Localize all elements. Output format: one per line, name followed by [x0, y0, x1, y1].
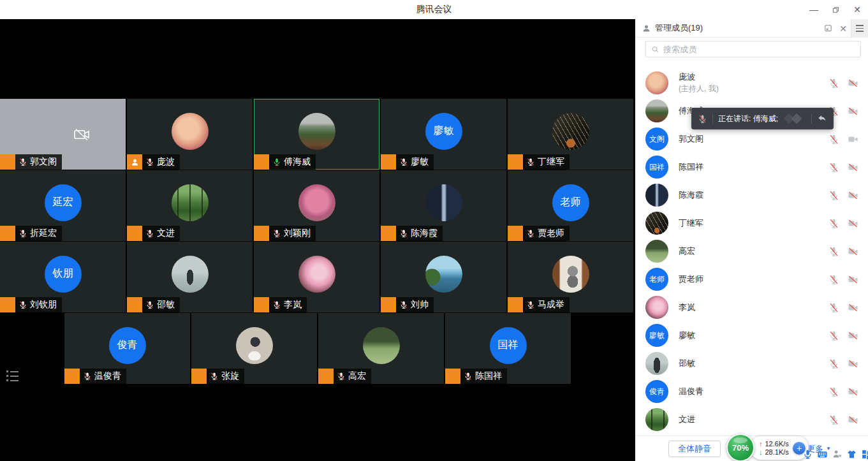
- member-mic-icon[interactable]: [828, 302, 839, 313]
- video-tile[interactable]: 俊青 温俊青: [64, 313, 190, 384]
- member-row[interactable]: 文进: [635, 406, 868, 434]
- mic-muted-icon[interactable]: [698, 114, 707, 124]
- restore-icon: [832, 6, 840, 14]
- member-mic-icon[interactable]: [828, 78, 839, 89]
- member-row[interactable]: 廖敏 廖敏: [635, 321, 868, 349]
- minimize-button[interactable]: —: [803, 0, 825, 19]
- panel-menu-button[interactable]: [851, 19, 868, 38]
- member-row[interactable]: 陈海霞: [635, 181, 868, 209]
- host-badge-icon: [64, 369, 80, 384]
- member-mic-icon[interactable]: [828, 134, 839, 145]
- member-camera-icon[interactable]: [847, 78, 859, 89]
- video-tile[interactable]: 刘帅: [381, 242, 506, 312]
- search-input[interactable]: [663, 45, 855, 54]
- participant-name: 马成举: [538, 299, 564, 311]
- participant-name: 庞波: [157, 156, 175, 168]
- mic-status-icon: [272, 229, 281, 238]
- member-camera-icon[interactable]: [847, 386, 859, 397]
- video-tile[interactable]: 延宏 折延宏: [0, 170, 126, 241]
- layout-list-icon[interactable]: [6, 370, 18, 381]
- popout-icon: [823, 24, 833, 33]
- video-tile[interactable]: 国祥 陈国祥: [445, 313, 571, 384]
- video-tile[interactable]: 傅海威: [254, 99, 379, 170]
- label-body: 李岚: [269, 297, 307, 312]
- member-info: 邵敏: [679, 358, 821, 369]
- member-mic-icon[interactable]: [828, 162, 839, 173]
- member-row[interactable]: 李岚: [635, 293, 868, 321]
- window-title: 腾讯会议: [416, 4, 452, 15]
- participant-name: 高宏: [348, 370, 366, 382]
- host-badge-icon: [254, 226, 269, 241]
- video-tile[interactable]: 刘颖刚: [254, 170, 379, 241]
- member-mic-icon[interactable]: [828, 218, 839, 229]
- member-row[interactable]: 庞波 (主持人, 我): [635, 69, 868, 97]
- member-mic-icon[interactable]: [828, 414, 839, 425]
- video-tile[interactable]: 张旋: [191, 313, 317, 384]
- video-tile[interactable]: 廖敏 廖敏: [381, 99, 506, 170]
- toolbox-grid-icon[interactable]: [861, 449, 868, 460]
- member-name: 高宏: [679, 245, 821, 257]
- video-tile[interactable]: 郭文阁: [0, 99, 126, 170]
- video-tile[interactable]: 老师 贾老师: [508, 170, 633, 241]
- video-tile[interactable]: 马成举: [508, 242, 633, 312]
- participant-avatar: [363, 327, 400, 364]
- participant-name: 陈海霞: [411, 228, 438, 239]
- member-avatar: [645, 184, 668, 207]
- person-mode-icon[interactable]: [832, 449, 842, 460]
- member-row[interactable]: 老师 贾老师: [635, 265, 868, 293]
- member-mic-icon[interactable]: [828, 190, 839, 201]
- member-row[interactable]: 高宏: [635, 237, 868, 265]
- ime-toolbar: [802, 449, 868, 460]
- participant-avatar: 延宏: [45, 184, 82, 221]
- member-camera-icon[interactable]: [847, 246, 859, 257]
- download-arrow-icon: ↓: [759, 448, 763, 456]
- member-mic-icon[interactable]: [828, 386, 839, 397]
- member-mic-icon[interactable]: [828, 274, 839, 285]
- member-camera-icon[interactable]: [847, 162, 859, 173]
- reply-arrow-icon[interactable]: [817, 113, 827, 124]
- member-row[interactable]: 丁继军: [635, 209, 868, 237]
- member-row[interactable]: 邵敏: [635, 349, 868, 377]
- member-camera-icon[interactable]: [847, 330, 859, 341]
- download-speed: 28.1K/s: [765, 448, 789, 456]
- member-mic-icon[interactable]: [828, 330, 839, 341]
- video-tile[interactable]: 丁继军: [508, 99, 633, 170]
- voice-input-icon[interactable]: [802, 449, 813, 460]
- member-mic-icon[interactable]: [828, 246, 839, 257]
- label-body: 贾老师: [523, 226, 570, 241]
- close-panel-button[interactable]: ✕: [835, 19, 851, 38]
- video-tile[interactable]: 邵敏: [127, 242, 253, 312]
- close-button[interactable]: ✕: [846, 0, 868, 19]
- restore-button[interactable]: [825, 0, 846, 19]
- member-camera-icon[interactable]: [847, 134, 859, 145]
- soft-keyboard-icon[interactable]: [817, 449, 828, 460]
- member-camera-icon[interactable]: [847, 218, 859, 229]
- member-mic-icon[interactable]: [828, 358, 839, 369]
- member-camera-icon[interactable]: [847, 106, 859, 117]
- video-tile[interactable]: 庞波: [127, 99, 253, 170]
- member-search-box[interactable]: [645, 41, 861, 57]
- skin-tshirt-icon[interactable]: [846, 449, 857, 460]
- mic-status-icon: [18, 229, 27, 238]
- label-body: 高宏: [334, 369, 371, 384]
- video-stage: 郭文阁 庞波 傅海威 廖敏: [0, 19, 635, 461]
- panel-header: 管理成员(19) ✕: [635, 19, 868, 38]
- mute-all-button[interactable]: 全体静音: [668, 441, 721, 457]
- video-tile[interactable]: 文进: [127, 170, 253, 241]
- video-tile[interactable]: 李岚: [254, 242, 379, 312]
- popout-panel-button[interactable]: [820, 19, 835, 38]
- video-tile[interactable]: 高宏: [318, 313, 444, 384]
- member-camera-icon[interactable]: [847, 358, 859, 369]
- member-avatar: [645, 352, 668, 375]
- member-camera-icon[interactable]: [847, 302, 859, 313]
- video-tile[interactable]: 陈海霞: [381, 170, 506, 241]
- member-row[interactable]: 国祥 陈国祥: [635, 153, 868, 181]
- member-camera-icon[interactable]: [847, 414, 859, 425]
- member-avatar: [645, 408, 668, 431]
- mic-status-icon: [526, 229, 535, 238]
- member-camera-icon[interactable]: [847, 274, 859, 285]
- memory-usage-ball[interactable]: 70%: [726, 434, 754, 461]
- member-row[interactable]: 俊青 温俊青: [635, 377, 868, 406]
- video-tile[interactable]: 钦朋 刘钦朋: [0, 242, 126, 312]
- member-camera-icon[interactable]: [847, 190, 859, 201]
